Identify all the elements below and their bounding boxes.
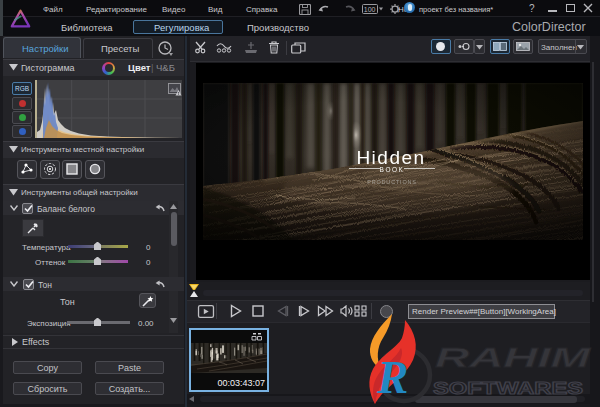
svg-text:SOFTWARES: SOFTWARES — [433, 380, 583, 397]
svg-text:R: R — [376, 351, 408, 403]
svg-text:Hidden: Hidden — [356, 147, 425, 168]
svg-text:PRODUCTIONS: PRODUCTIONS — [367, 179, 416, 185]
svg-text:100: 100 — [364, 6, 376, 13]
svg-text:00:03:43:07: 00:03:43:07 — [217, 378, 265, 388]
svg-text:RAHIM: RAHIM — [435, 342, 591, 373]
svg-text:BOOK: BOOK — [380, 166, 405, 173]
